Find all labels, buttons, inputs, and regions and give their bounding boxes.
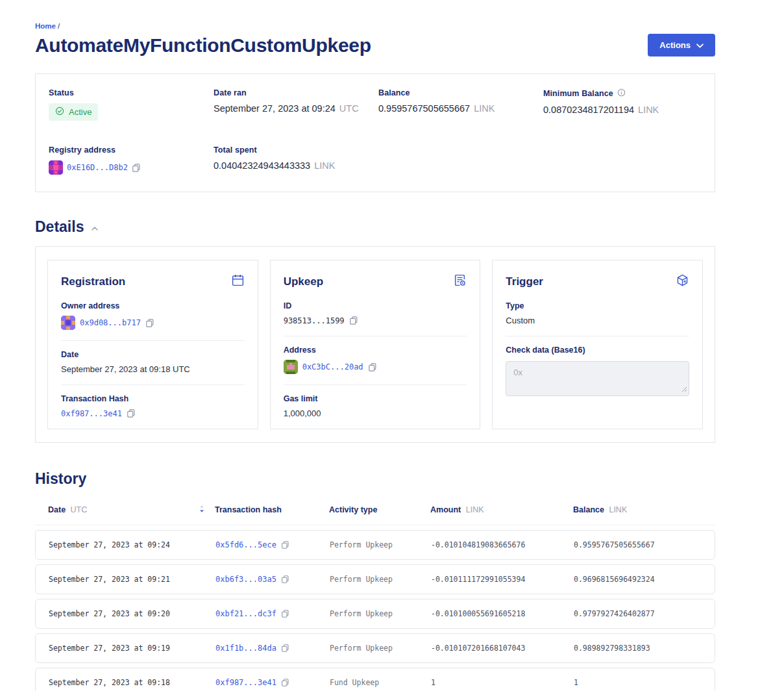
- owner-address-section: Owner address 0x9d08...b717: [61, 292, 245, 340]
- row-activity: Perform Upkeep: [330, 575, 431, 584]
- row-amount: -0.010107201668107043: [431, 644, 574, 653]
- balance-column-unit: LINK: [609, 505, 627, 514]
- upkeep-id-label: ID: [284, 301, 467, 310]
- copy-icon[interactable]: [349, 316, 358, 325]
- check-circle-icon: [55, 107, 64, 118]
- date-column-unit: UTC: [71, 505, 88, 514]
- sort-icon[interactable]: [199, 505, 204, 515]
- history-heading: History: [35, 470, 715, 488]
- column-header-tx: Transaction hash: [215, 505, 329, 514]
- chevron-down-icon: [696, 40, 704, 50]
- history-heading-label: History: [35, 470, 86, 488]
- actions-button-label: Actions: [659, 40, 691, 50]
- registration-card-title: Registration: [61, 275, 125, 288]
- row-activity: Perform Upkeep: [330, 609, 431, 618]
- trigger-type-value: Custom: [506, 316, 535, 325]
- info-icon[interactable]: [617, 88, 626, 99]
- balance-field: Balance 0.9595767505655667 LINK: [378, 88, 543, 121]
- column-header-activity: Activity type: [329, 505, 430, 514]
- table-row: September 27, 2023 at 09:20 0xbf21...dc3…: [35, 599, 715, 629]
- breadcrumb-separator: /: [58, 22, 60, 30]
- gas-limit-section: Gas limit 1,000,000: [284, 384, 467, 429]
- row-activity: Fund Upkeep: [330, 678, 431, 687]
- status-label: Status: [49, 88, 214, 97]
- date-ran-field: Date ran September 27, 2023 at 09:24 UTC: [214, 88, 378, 121]
- row-date: September 27, 2023 at 09:24: [36, 540, 215, 549]
- breadcrumb-home-link[interactable]: Home: [35, 22, 56, 30]
- row-date: September 27, 2023 at 09:20: [36, 609, 215, 618]
- row-tx-link[interactable]: 0xb6f3...03a5: [215, 575, 276, 584]
- column-header-balance: Balance LINK: [573, 505, 715, 514]
- owner-identicon: [61, 316, 75, 330]
- trigger-card-title: Trigger: [506, 275, 543, 288]
- row-tx-link[interactable]: 0xbf21...dc3f: [215, 609, 276, 618]
- row-activity: Perform Upkeep: [330, 644, 431, 653]
- status-badge: Active: [49, 103, 98, 121]
- table-row: September 27, 2023 at 09:19 0x1f1b...84d…: [35, 633, 715, 663]
- copy-icon[interactable]: [281, 575, 289, 584]
- gas-limit-value: 1,000,000: [284, 408, 321, 418]
- registry-address-link[interactable]: 0xE16D...D8b2: [67, 163, 128, 172]
- total-spent-unit: LINK: [314, 160, 335, 171]
- copy-icon[interactable]: [368, 362, 377, 372]
- copy-icon[interactable]: [281, 540, 289, 549]
- details-collapse-chevron-up-icon[interactable]: [90, 225, 99, 232]
- upkeep-id-section: ID 938513...1599: [284, 292, 467, 336]
- copy-icon[interactable]: [127, 408, 136, 418]
- balance-label: Balance: [378, 88, 543, 97]
- row-tx-link[interactable]: 0x1f1b...84da: [215, 644, 276, 653]
- page-title: AutomateMyFunctionCustomUpkeep: [35, 34, 371, 57]
- upkeep-address-section: Address 0xC3bC...20ad: [284, 336, 467, 384]
- trigger-type-label: Type: [506, 301, 689, 310]
- summary-card: Status Active Date ran September 27, 202…: [35, 73, 715, 192]
- trigger-type-section: Type Custom: [506, 292, 689, 336]
- breadcrumb: Home/: [35, 22, 715, 30]
- transaction-hash-link[interactable]: 0xf987...3e41: [61, 409, 122, 418]
- row-amount: -0.010111172991055394: [431, 575, 574, 584]
- table-row: September 27, 2023 at 09:24 0x5fd6...5ec…: [35, 530, 715, 560]
- owner-address-label: Owner address: [61, 301, 245, 310]
- registration-date-value: September 27, 2023 at 09:18 UTC: [61, 364, 190, 374]
- min-balance-unit: LINK: [638, 105, 659, 115]
- min-balance-field: Minimum Balance 0.0870234817201194 LINK: [543, 88, 715, 121]
- status-badge-label: Active: [69, 107, 92, 117]
- transaction-hash-section: Transaction Hash 0xf987...3e41: [61, 384, 245, 429]
- document-gear-icon: [453, 273, 467, 290]
- upkeep-card: Upkeep ID 938513...1599 Address: [270, 260, 481, 429]
- copy-icon[interactable]: [281, 678, 289, 687]
- history-table-header: Date UTC Transaction hash Activity type …: [35, 505, 715, 525]
- copy-icon[interactable]: [145, 318, 154, 328]
- upkeep-address-link[interactable]: 0xC3bC...20ad: [302, 362, 363, 371]
- check-data-section: Check data (Base16): [506, 336, 689, 409]
- registry-address-field: Registry address 0xE16D...D8b2: [49, 145, 214, 175]
- transaction-hash-label: Transaction Hash: [61, 394, 245, 403]
- date-ran-label: Date ran: [214, 88, 378, 97]
- registration-date-label: Date: [61, 350, 245, 359]
- column-header-date[interactable]: Date UTC: [35, 505, 215, 515]
- check-data-label: Check data (Base16): [506, 346, 689, 355]
- balance-value: 0.9595767505655667: [378, 103, 470, 114]
- registration-date-section: Date September 27, 2023 at 09:18 UTC: [61, 340, 245, 384]
- row-tx-link[interactable]: 0x5fd6...5ece: [215, 540, 276, 549]
- check-data-textarea[interactable]: [506, 361, 689, 396]
- row-activity: Perform Upkeep: [330, 540, 431, 549]
- total-spent-value: 0.04042324943443333: [214, 160, 310, 171]
- details-heading-label: Details: [35, 218, 84, 236]
- row-date: September 27, 2023 at 09:21: [36, 575, 215, 584]
- owner-address-link[interactable]: 0x9d08...b717: [80, 318, 141, 327]
- row-amount: -0.010104819083665676: [431, 540, 574, 549]
- actions-button[interactable]: Actions: [648, 34, 715, 57]
- registry-identicon: [49, 160, 63, 175]
- row-balance: 0.9696815696492324: [574, 575, 715, 584]
- copy-icon[interactable]: [132, 163, 141, 173]
- details-panel: Registration Owner address 0x9d08...b717: [35, 246, 715, 443]
- page-container: Home/ AutomateMyFunctionCustomUpkeep Act…: [35, 22, 715, 691]
- balance-column-label: Balance: [573, 505, 604, 514]
- date-column-label: Date: [48, 505, 66, 514]
- cube-icon: [676, 273, 689, 290]
- date-ran-unit: UTC: [339, 103, 359, 114]
- gas-limit-label: Gas limit: [284, 394, 467, 403]
- row-tx-link[interactable]: 0xf987...3e41: [215, 678, 276, 687]
- copy-icon[interactable]: [281, 644, 289, 653]
- copy-icon[interactable]: [281, 609, 289, 618]
